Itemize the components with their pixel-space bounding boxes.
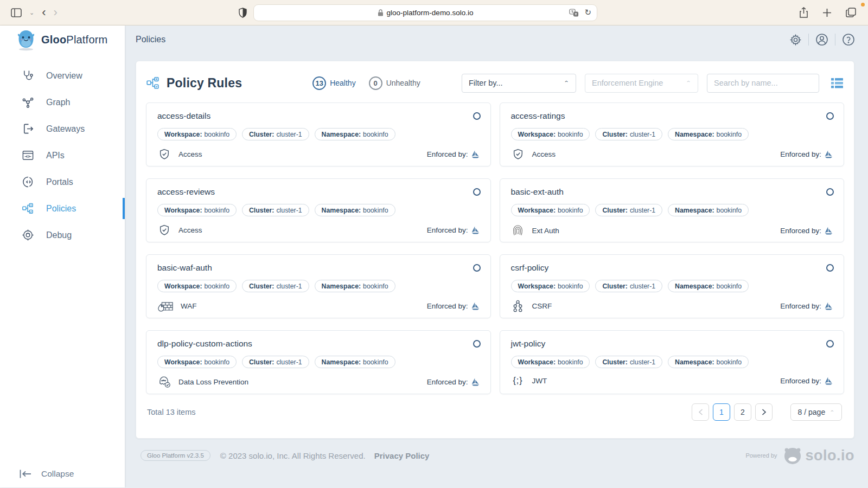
sidebar-collapse-button[interactable]: Collapse xyxy=(20,469,74,479)
policy-card[interactable]: dlp-policy-custom-actions Workspace:book… xyxy=(146,330,491,394)
istio-icon xyxy=(825,227,833,235)
forward-arrow-icon: › xyxy=(54,7,58,18)
policy-card[interactable]: basic-waf-auth Workspace:bookinfo Cluste… xyxy=(146,254,491,318)
tag-namespace-value: bookinfo xyxy=(717,358,742,366)
sidebar-item-policies[interactable]: Policies xyxy=(0,195,125,222)
privacy-policy-link[interactable]: Privacy Policy xyxy=(374,451,430,460)
fingerprint-icon xyxy=(511,224,525,237)
jwt-braces-icon: {;} xyxy=(511,376,525,386)
istio-icon xyxy=(471,302,480,310)
sidebar-toggle-button[interactable] xyxy=(11,8,22,17)
sidebar-item-gateways[interactable]: Gateways xyxy=(0,115,125,142)
copyright-text: © 2023 solo.io, Inc. All Rights Reserved… xyxy=(220,451,366,460)
tag-workspace-label: Workspace: xyxy=(518,131,556,138)
chevron-up-icon: ⌃ xyxy=(829,409,834,415)
forward-button[interactable]: › xyxy=(54,7,58,18)
policy-type-label: WAF xyxy=(181,302,197,310)
back-arrow-icon: ‹ xyxy=(42,7,46,18)
enforcement-engine-select[interactable]: Enforcement Engine ⌃ xyxy=(585,74,698,93)
namespace-tag: Namespace:bookinfo xyxy=(668,128,749,140)
policy-card[interactable]: basic-ext-auth Workspace:bookinfo Cluste… xyxy=(500,178,845,242)
policy-type-label: Access xyxy=(178,226,202,234)
page-button-2[interactable]: 2 xyxy=(734,403,751,421)
istio-icon xyxy=(825,377,833,385)
enforced-by: Enforced by: xyxy=(780,227,833,235)
sidebar-item-graph[interactable]: Graph xyxy=(0,89,125,115)
cluster-tag: Cluster:cluster-1 xyxy=(242,280,309,292)
tag-namespace-label: Namespace: xyxy=(675,358,714,366)
prev-page-button[interactable] xyxy=(692,403,709,421)
browser-chrome: ⌄ ‹ › gloo-platform-demo.solo.io ↻ xyxy=(0,0,868,25)
sidebar-item-overview[interactable]: Overview xyxy=(0,62,125,89)
shield-check-icon xyxy=(157,148,171,160)
workspace-tag: Workspace:bookinfo xyxy=(157,280,237,292)
tag-cluster-value: cluster-1 xyxy=(276,131,302,138)
tag-workspace-label: Workspace: xyxy=(164,358,202,366)
sidebar-item-debug[interactable]: Debug xyxy=(0,222,125,248)
cluster-tag: Cluster:cluster-1 xyxy=(242,356,309,368)
account-button[interactable] xyxy=(815,33,828,46)
shield-privacy-icon[interactable] xyxy=(239,8,247,18)
tag-namespace-label: Namespace: xyxy=(675,207,714,214)
help-button[interactable] xyxy=(842,33,855,46)
cluster-tag: Cluster:cluster-1 xyxy=(242,204,309,216)
panel-title: Policy Rules xyxy=(167,76,242,91)
namespace-tag: Namespace:bookinfo xyxy=(668,204,749,216)
sidebar: GlooPlatform Overview Graph Gateways API… xyxy=(0,25,125,487)
next-page-button[interactable] xyxy=(755,403,773,421)
new-tab-button[interactable] xyxy=(822,8,832,17)
policy-card[interactable]: jwt-policy Workspace:bookinfo Cluster:cl… xyxy=(500,330,845,394)
page-button-1[interactable]: 1 xyxy=(713,403,730,421)
search-input[interactable] xyxy=(707,74,819,93)
policy-type-label: JWT xyxy=(532,377,547,385)
tag-cluster-value: cluster-1 xyxy=(276,358,302,366)
url-bar[interactable]: gloo-platform-demo.solo.io ↻ xyxy=(253,4,597,21)
tag-namespace-label: Namespace: xyxy=(322,358,361,366)
version-badge: Gloo Platform v2.3.5 xyxy=(141,450,210,461)
policy-card[interactable]: csrf-policy Workspace:bookinfo Cluster:c… xyxy=(500,254,845,318)
namespace-tag: Namespace:bookinfo xyxy=(315,356,395,368)
cluster-tag: Cluster:cluster-1 xyxy=(595,280,662,292)
share-button[interactable] xyxy=(799,7,808,18)
settings-button[interactable] xyxy=(789,34,802,46)
list-view-toggle[interactable] xyxy=(831,78,843,88)
logo-text: GlooPlatform xyxy=(41,34,107,46)
tag-cluster-value: cluster-1 xyxy=(630,207,655,214)
tag-namespace-value: bookinfo xyxy=(363,282,388,290)
policy-card[interactable]: access-ratings Workspace:bookinfo Cluste… xyxy=(500,102,845,166)
tag-workspace-value: bookinfo xyxy=(204,131,229,138)
policy-card[interactable]: access-details Workspace:bookinfo Cluste… xyxy=(146,102,491,166)
istio-icon xyxy=(471,150,480,158)
policy-rules-icon xyxy=(146,76,160,90)
translate-icon[interactable] xyxy=(569,9,579,17)
tag-workspace-value: bookinfo xyxy=(558,282,583,290)
filter-by-select[interactable]: Filter by... ⌃ xyxy=(462,74,576,93)
sidebar-item-portals[interactable]: Portals xyxy=(0,169,125,195)
gateway-exit-icon xyxy=(22,123,34,135)
ghost-check-icon xyxy=(157,376,171,388)
healthy-count: 13 xyxy=(312,76,326,90)
page-size-select[interactable]: 8 / page ⌃ xyxy=(790,403,842,421)
app-logo[interactable]: GlooPlatform xyxy=(0,25,125,54)
soloio-mascot-icon xyxy=(783,446,802,465)
enforced-by: Enforced by: xyxy=(427,378,480,386)
tag-cluster-label: Cluster: xyxy=(602,207,627,214)
back-button[interactable]: ‹ xyxy=(42,7,46,18)
tag-cluster-value: cluster-1 xyxy=(276,282,302,290)
enforced-by-label: Enforced by: xyxy=(427,302,468,310)
policy-card[interactable]: access-reviews Workspace:bookinfo Cluste… xyxy=(146,178,491,242)
pagination: 12 8 / page ⌃ xyxy=(692,403,842,421)
policy-rules-panel: Policy Rules 13 Healthy 0 Unhealthy Filt… xyxy=(136,61,854,439)
workspace-tag: Workspace:bookinfo xyxy=(511,128,590,140)
page-title: Policies xyxy=(136,35,165,44)
sidebar-item-apis[interactable]: APIs xyxy=(0,142,125,169)
policy-type-label: Access xyxy=(178,150,202,158)
workspace-tag: Workspace:bookinfo xyxy=(511,204,590,216)
reload-icon[interactable]: ↻ xyxy=(584,8,591,17)
status-circle-icon xyxy=(826,112,834,120)
enforced-by-label: Enforced by: xyxy=(780,150,821,158)
tab-overview-button[interactable] xyxy=(846,8,856,17)
status-circle-icon xyxy=(473,188,481,196)
stethoscope-icon xyxy=(22,69,34,82)
chevron-down-icon[interactable]: ⌄ xyxy=(29,9,34,16)
